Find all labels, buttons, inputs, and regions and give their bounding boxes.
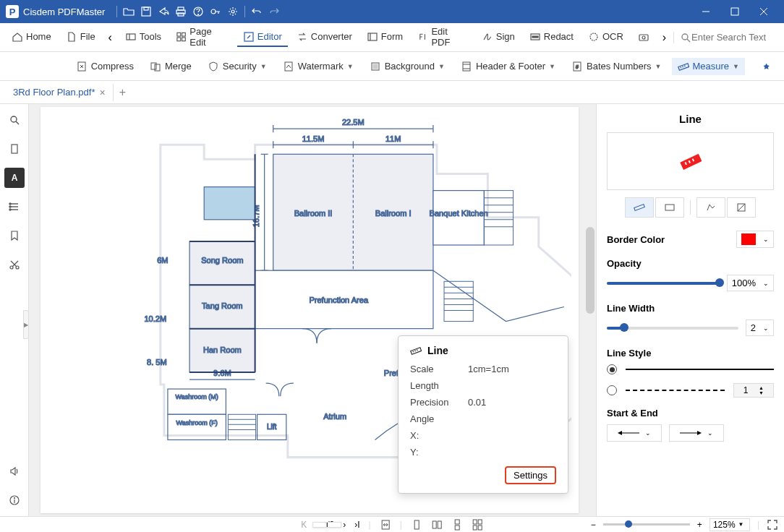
opacity-value-input[interactable]: 100%⌄ <box>727 275 774 291</box>
popup-scale-label: Scale <box>410 364 468 374</box>
background-button[interactable]: Background▼ <box>364 58 451 75</box>
sound-icon[interactable] <box>4 461 25 481</box>
area-measure-icon[interactable] <box>727 197 756 218</box>
end-arrow-select[interactable]: ⌄ <box>669 424 724 442</box>
line-style-dashed[interactable]: ▲▼ <box>607 383 774 398</box>
search-icon <box>680 32 691 43</box>
panel-title: Line <box>607 113 774 125</box>
svg-line-130 <box>415 350 416 351</box>
info-icon[interactable] <box>4 490 25 510</box>
tab-home[interactable]: Home <box>6 28 57 47</box>
tab-edit-pdf[interactable]: Edit PDF <box>412 23 473 52</box>
properties-panel: Line Border Color ⌄ Opacity 100%⌄ Line W… <box>596 104 784 516</box>
view-scroll2-icon[interactable] <box>472 519 483 531</box>
settings-icon[interactable] <box>224 3 242 20</box>
line-style-solid[interactable] <box>607 364 774 374</box>
print-icon[interactable] <box>172 3 189 20</box>
svg-text:10.2M: 10.2M <box>144 314 166 323</box>
add-tab-button[interactable]: + <box>119 86 126 99</box>
first-page-button[interactable]: K <box>301 520 307 530</box>
view-double-icon[interactable] <box>431 519 443 531</box>
save-icon[interactable] <box>137 3 155 20</box>
search-panel-icon[interactable] <box>4 110 25 130</box>
fit-width-icon[interactable] <box>380 519 391 531</box>
undo-icon[interactable] <box>248 3 265 20</box>
zoom-slider[interactable] <box>603 523 690 525</box>
svg-text:9.6M: 9.6M <box>213 369 231 377</box>
svg-rect-32 <box>155 64 160 71</box>
minimize-button[interactable] <box>691 0 720 23</box>
dash-stepper[interactable]: ▲▼ <box>733 383 774 398</box>
maximize-button[interactable] <box>720 0 749 23</box>
thumbnails-icon[interactable] <box>4 139 25 159</box>
view-scroll-icon[interactable] <box>451 519 463 531</box>
compress-button[interactable]: Compress <box>70 58 140 75</box>
share-icon[interactable] <box>155 3 172 20</box>
security-button[interactable]: Security▼ <box>202 58 273 75</box>
zoom-in-button[interactable]: + <box>697 520 702 530</box>
page-input[interactable] <box>312 522 341 528</box>
zoom-input[interactable]: 125%▼ <box>710 518 750 531</box>
help-icon[interactable] <box>189 3 207 20</box>
svg-rect-122 <box>634 205 645 211</box>
tab-redact[interactable]: Redact <box>524 28 579 47</box>
svg-rect-139 <box>478 520 482 524</box>
cut-icon[interactable] <box>4 254 25 275</box>
vertical-scrollbar[interactable] <box>584 104 596 516</box>
popup-settings-button[interactable]: Settings <box>505 466 556 484</box>
start-arrow-select[interactable]: ⌄ <box>607 424 662 442</box>
view-single-icon[interactable] <box>411 519 422 531</box>
search-input[interactable] <box>691 32 778 43</box>
svg-text:Ballroom I: Ballroom I <box>375 209 412 218</box>
close-button[interactable] <box>749 0 778 23</box>
poly-measure-icon[interactable] <box>696 197 725 218</box>
opacity-slider[interactable] <box>607 282 720 285</box>
next-page-button[interactable]: › <box>343 520 346 530</box>
fullscreen-icon[interactable] <box>767 519 778 531</box>
line-width-value-input[interactable]: 2⌄ <box>746 319 774 336</box>
line-measure-icon[interactable] <box>625 197 654 218</box>
open-icon[interactable] <box>120 3 137 20</box>
tab-file[interactable]: File <box>60 28 101 47</box>
text-panel-icon[interactable]: A <box>4 168 25 188</box>
tab-page-edit[interactable]: Page Edit <box>170 23 234 52</box>
app-logo: P <box>6 5 19 18</box>
svg-text:A: A <box>11 173 17 183</box>
tab-editor[interactable]: Editor <box>237 28 288 47</box>
bates-button[interactable]: #Bates Numbers▼ <box>566 58 668 75</box>
last-page-button[interactable]: ›I <box>354 520 359 530</box>
watermark-button[interactable]: Watermark▼ <box>277 58 359 75</box>
tab-form[interactable]: Form <box>361 28 409 47</box>
svg-text:Song Room: Song Room <box>201 256 243 265</box>
svg-rect-35 <box>373 64 378 69</box>
tab-converter[interactable]: Converter <box>291 28 358 47</box>
tab-ocr[interactable]: OCR <box>582 28 629 47</box>
svg-rect-137 <box>455 525 459 530</box>
zoom-out-button[interactable]: − <box>591 520 596 530</box>
border-color-picker[interactable]: ⌄ <box>736 231 774 248</box>
sidebar-expand-handle[interactable]: ▶ <box>23 310 29 339</box>
toolbar-next[interactable]: › <box>658 31 670 44</box>
outline-icon[interactable] <box>4 197 25 217</box>
line-width-slider[interactable] <box>607 327 738 330</box>
pin-button[interactable] <box>755 58 778 75</box>
header-footer-button[interactable]: Header & Footer▼ <box>455 58 561 75</box>
key-icon[interactable] <box>207 3 224 20</box>
measure-type-row <box>607 197 774 218</box>
tab-camera[interactable] <box>632 28 655 47</box>
svg-text:Washroom (F): Washroom (F) <box>176 419 217 426</box>
doc-tab-1[interactable]: 3Rd Floor Plan.pdf* × <box>6 84 114 101</box>
line-style-label: Line Style <box>607 348 774 359</box>
tab-sign[interactable]: Sign <box>476 28 521 47</box>
measure-button[interactable]: Measure▼ <box>672 58 746 75</box>
rect-measure-icon[interactable] <box>655 197 684 218</box>
svg-rect-18 <box>182 37 186 40</box>
svg-line-131 <box>417 349 418 351</box>
toolbar-prev[interactable]: ‹ <box>104 31 116 44</box>
svg-line-29 <box>687 39 690 42</box>
close-tab-icon[interactable]: × <box>99 87 105 98</box>
redo-icon[interactable] <box>265 3 283 20</box>
bookmark-icon[interactable] <box>4 226 25 246</box>
merge-button[interactable]: Merge <box>144 58 197 75</box>
tab-tools[interactable]: Tools <box>119 28 167 47</box>
